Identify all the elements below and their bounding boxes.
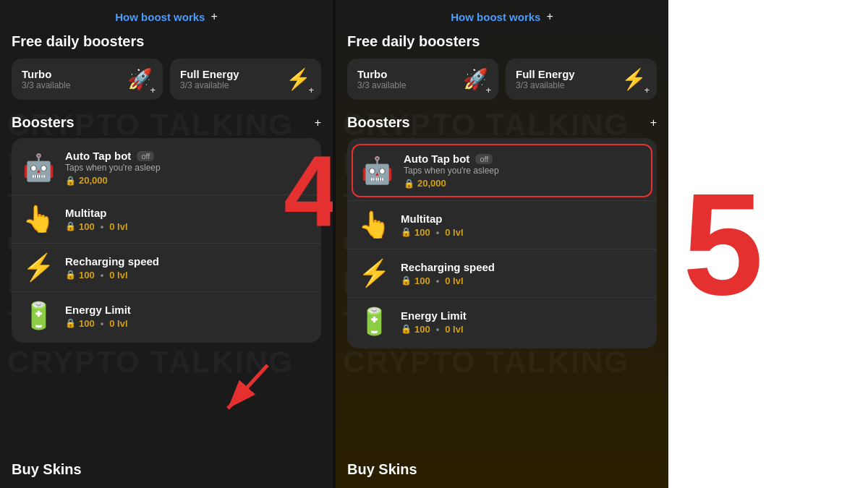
multitap-item-right[interactable]: 👆 Multitap 🔒 100 • 0 lvl	[347, 200, 657, 249]
boosters-section-header-right: Boosters +	[347, 114, 657, 131]
energy-limit-icon: 🔋	[22, 301, 55, 331]
full-energy-plus-right: +	[644, 85, 650, 95]
buy-skins-label[interactable]: Buy Skins	[12, 455, 321, 478]
full-energy-available: 3/3 available	[180, 80, 239, 90]
auto-tap-bot-desc-right: Taps when you're asleep	[404, 166, 644, 176]
boosters-section-header: Boosters +	[12, 114, 321, 131]
right-panel: CRYPTO TALKING HEADING CRYPTO TALKING HE…	[336, 0, 668, 488]
auto-tap-bot-badge-right: off	[475, 154, 493, 164]
energy-limit-cost-right: 🔒 100 • 0 lvl	[401, 324, 647, 335]
boosters-section-right: Boosters + 🤖 Auto Tap bot off Taps when …	[347, 114, 657, 447]
turbo-icon: 🚀	[127, 67, 153, 91]
auto-tap-bot-icon-right: 🤖	[360, 155, 393, 186]
multitap-icon: 👆	[22, 204, 55, 234]
boosters-plus[interactable]: +	[315, 116, 321, 129]
multitap-cost: 🔒 100 • 0 lvl	[65, 221, 311, 232]
auto-tap-bot-item[interactable]: 🤖 Auto Tap bot off Taps when you're asle…	[12, 141, 321, 194]
boosters-list: 🤖 Auto Tap bot off Taps when you're asle…	[12, 138, 321, 343]
booster-cards-list-right: Turbo 3/3 available 🚀 + Full Energy 3/3 …	[347, 59, 657, 100]
turbo-info-right: Turbo 3/3 available	[357, 68, 406, 90]
full-energy-icon: ⚡	[286, 67, 311, 91]
buy-skins-label-right[interactable]: Buy Skins	[347, 455, 657, 478]
energy-limit-name-right: Energy Limit	[401, 309, 647, 322]
multitap-cost-right: 🔒 100 • 0 lvl	[401, 227, 647, 238]
full-energy-name-right: Full Energy	[516, 68, 575, 80]
booster-cards-list: Turbo 3/3 available 🚀 + Full Energy 3/3 …	[12, 59, 321, 100]
boosters-title-right: Boosters	[347, 114, 410, 131]
turbo-plus-right: +	[485, 85, 491, 95]
turbo-available-right: 3/3 available	[357, 80, 406, 90]
energy-limit-name: Energy Limit	[65, 304, 311, 316]
multitap-item[interactable]: 👆 Multitap 🔒 100 • 0 lvl	[12, 194, 321, 243]
auto-tap-bot-desc: Taps when you're asleep	[65, 163, 311, 173]
full-energy-info-right: Full Energy 3/3 available	[516, 68, 575, 90]
energy-limit-item[interactable]: 🔋 Energy Limit 🔒 100 • 0 lvl	[12, 291, 321, 340]
multitap-name-right: Multitap	[401, 213, 647, 225]
auto-tap-bot-icon: 🤖	[22, 153, 55, 183]
recharging-speed-icon: ⚡	[22, 252, 55, 283]
how-boost-header-right: How boost works +	[347, 10, 657, 23]
turbo-card-right[interactable]: Turbo 3/3 available 🚀 +	[347, 59, 498, 100]
recharging-speed-cost-right: 🔒 100 • 0 lvl	[401, 275, 647, 286]
how-boost-plus[interactable]: +	[210, 10, 217, 23]
full-energy-plus: +	[308, 85, 314, 95]
energy-limit-cost: 🔒 100 • 0 lvl	[65, 318, 311, 329]
turbo-plus: +	[150, 85, 156, 95]
how-boost-plus-right[interactable]: +	[546, 10, 553, 23]
recharging-speed-item-right[interactable]: ⚡ Recharging speed 🔒 100 • 0 lvl	[347, 249, 657, 297]
daily-boosters-title: Free daily boosters	[12, 33, 321, 50]
full-energy-icon-right: ⚡	[621, 67, 647, 91]
boosters-section: Boosters + 🤖 Auto Tap bot off Taps when …	[12, 114, 321, 447]
multitap-name: Multitap	[65, 207, 311, 219]
full-energy-info: Full Energy 3/3 available	[180, 68, 239, 90]
auto-tap-bot-info-right: Auto Tap bot off Taps when you're asleep…	[404, 153, 644, 189]
full-energy-card[interactable]: Full Energy 3/3 available ⚡ +	[170, 59, 321, 100]
energy-limit-item-right[interactable]: 🔋 Energy Limit 🔒 100 • 0 lvl	[347, 297, 657, 346]
recharging-speed-info-right: Recharging speed 🔒 100 • 0 lvl	[401, 261, 647, 286]
how-boost-link[interactable]: How boost works	[115, 11, 205, 23]
auto-tap-bot-info: Auto Tap bot off Taps when you're asleep…	[65, 150, 311, 186]
number-5-overlay: 5	[683, 172, 763, 317]
energy-limit-info: Energy Limit 🔒 100 • 0 lvl	[65, 304, 311, 329]
turbo-card[interactable]: Turbo 3/3 available 🚀 +	[12, 59, 163, 100]
auto-tap-bot-cost: 🔒 20,000	[65, 175, 311, 186]
energy-limit-info-right: Energy Limit 🔒 100 • 0 lvl	[401, 309, 647, 335]
how-boost-link-right[interactable]: How boost works	[451, 11, 540, 23]
recharging-speed-name: Recharging speed	[65, 255, 311, 267]
auto-tap-bot-item-right[interactable]: 🤖 Auto Tap bot off Taps when you're asle…	[352, 144, 652, 197]
auto-tap-bot-badge: off	[137, 151, 154, 161]
full-energy-name: Full Energy	[180, 68, 239, 80]
white-side-panel: 5	[668, 0, 868, 488]
how-boost-header: How boost works +	[12, 10, 321, 23]
recharging-speed-info: Recharging speed 🔒 100 • 0 lvl	[65, 255, 311, 281]
recharging-speed-name-right: Recharging speed	[401, 261, 647, 273]
boosters-plus-right[interactable]: +	[650, 116, 657, 129]
full-energy-card-right[interactable]: Full Energy 3/3 available ⚡ +	[506, 59, 657, 100]
turbo-available: 3/3 available	[22, 80, 70, 90]
boosters-list-right: 🤖 Auto Tap bot off Taps when you're asle…	[347, 138, 657, 348]
daily-boosters-section-right: Free daily boosters Turbo 3/3 available …	[347, 33, 657, 103]
daily-boosters-title-right: Free daily boosters	[347, 33, 657, 50]
multitap-info-right: Multitap 🔒 100 • 0 lvl	[401, 213, 647, 238]
auto-tap-bot-name: Auto Tap bot off	[65, 150, 311, 162]
daily-boosters-section: Free daily boosters Turbo 3/3 available …	[12, 33, 321, 103]
recharging-speed-icon-right: ⚡	[357, 258, 391, 288]
auto-tap-bot-cost-right: 🔒 20,000	[404, 178, 644, 189]
boosters-title: Boosters	[12, 114, 75, 131]
energy-limit-icon-right: 🔋	[357, 307, 391, 337]
turbo-icon-right: 🚀	[463, 67, 488, 91]
multitap-icon-right: 👆	[357, 210, 391, 240]
auto-tap-bot-name-right: Auto Tap bot off	[404, 153, 644, 165]
recharging-speed-item[interactable]: ⚡ Recharging speed 🔒 100 • 0 lvl	[12, 243, 321, 291]
recharging-speed-cost: 🔒 100 • 0 lvl	[65, 270, 311, 281]
full-energy-available-right: 3/3 available	[516, 80, 575, 90]
turbo-name-right: Turbo	[357, 68, 406, 80]
turbo-info: Turbo 3/3 available	[22, 68, 70, 90]
turbo-name: Turbo	[22, 68, 70, 80]
multitap-info: Multitap 🔒 100 • 0 lvl	[65, 207, 311, 232]
left-panel: CRYPTO TALKING HEADING CRYPTO TALKING HE…	[0, 0, 333, 488]
